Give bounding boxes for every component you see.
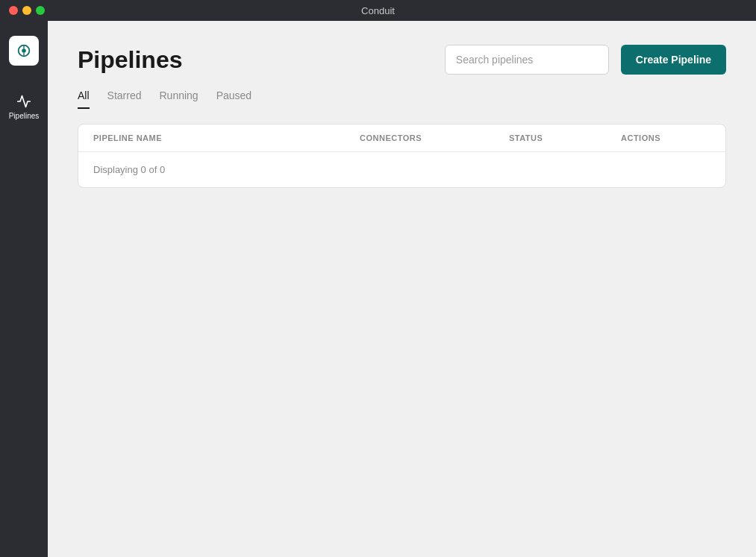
display-count: Displaying 0 of 0 [78,152,725,187]
column-actions: ACTIONS [621,133,710,142]
column-pipeline-name: PIPELINE NAME [93,133,360,142]
create-pipeline-button[interactable]: Create Pipeline [621,45,726,75]
tab-paused[interactable]: Paused [216,89,252,109]
sidebar: Pipelines [0,21,48,557]
page-header: Pipelines Create Pipeline [78,45,726,75]
tabs: All Starred Running Paused [78,89,726,109]
column-status: STATUS [509,133,621,142]
search-input[interactable] [445,45,609,75]
pipelines-icon [16,94,31,109]
sidebar-item-pipelines-label: Pipelines [9,112,40,120]
sidebar-item-pipelines[interactable]: Pipelines [0,86,48,125]
content-area: Pipelines Create Pipeline All Starred Ru… [48,21,756,557]
traffic-lights [9,6,45,15]
minimize-button[interactable] [22,6,31,15]
maximize-button[interactable] [36,6,45,15]
tab-all[interactable]: All [78,89,90,109]
main-content: Pipelines Create Pipeline All Starred Ru… [48,21,756,557]
window-title: Conduit [361,5,395,16]
header-actions: Create Pipeline [445,45,726,75]
logo-box [9,36,39,66]
column-connectors: CONNECTORS [360,133,509,142]
close-button[interactable] [9,6,18,15]
sidebar-nav: Pipelines [0,81,48,125]
conduit-logo-icon [16,43,32,59]
app-layout: Pipelines Pipelines Create Pipeline All … [0,21,756,557]
title-bar: Conduit [0,0,756,21]
pipeline-table: PIPELINE NAME CONNECTORS STATUS ACTIONS … [78,124,726,188]
table-header: PIPELINE NAME CONNECTORS STATUS ACTIONS [78,125,725,152]
page-title: Pipelines [78,46,183,74]
sidebar-logo [0,21,48,81]
svg-point-1 [22,48,26,53]
tab-starred[interactable]: Starred [107,89,142,109]
tab-running[interactable]: Running [159,89,198,109]
